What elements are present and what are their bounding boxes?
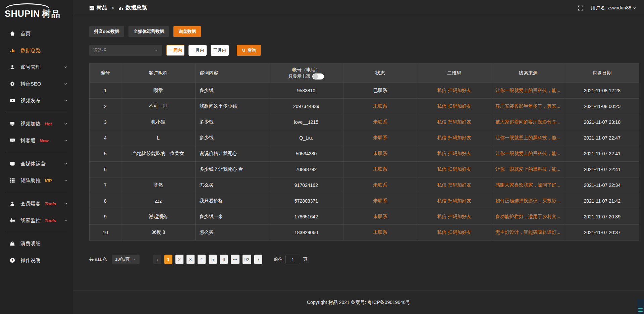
video-publish-icon xyxy=(9,98,15,104)
fullscreen-icon[interactable] xyxy=(578,5,583,11)
source-link-cell: 让你一眼就爱上的黑科技，能... xyxy=(491,130,565,146)
table-row: 4L多少钱Q_Liu.未联系私信 扫码加好友让你一眼就爱上的黑科技，能...20… xyxy=(90,130,639,146)
sidebar-item-label: 抖音SEO xyxy=(20,81,41,87)
page-ellipsis-button[interactable]: ••• xyxy=(231,255,239,264)
source-link[interactable]: 让你一眼就爱上的黑科技，能... xyxy=(495,88,560,93)
bar-chart-icon xyxy=(9,47,15,53)
qr-link[interactable]: 私信 扫码加好友 xyxy=(437,88,471,93)
sidebar-item-help[interactable]: ?操作说明 xyxy=(0,252,73,269)
source-link[interactable]: 客厅安装投影半年多了，真实... xyxy=(495,103,560,109)
qr-link-cell: 私信 扫码加好友 xyxy=(417,130,491,146)
floating-widget[interactable] xyxy=(637,299,644,314)
table-row: 6多少钱？让我死心 看70898792未联系私信 扫码加好友让你一眼就爱上的黑科… xyxy=(90,162,639,177)
sidebar-item-data-overview[interactable]: 数据总览 xyxy=(0,42,73,59)
qr-link[interactable]: 私信 扫码加好友 xyxy=(437,119,471,124)
qr-link[interactable]: 私信 扫码加好友 xyxy=(437,135,471,140)
source-link[interactable]: 让你一眼就爱上的黑科技，能... xyxy=(495,135,560,140)
sidebar-item-douyin-seo[interactable]: 抖音SEO xyxy=(0,75,73,92)
grid-icon xyxy=(9,177,15,184)
qr-link[interactable]: 私信 扫码加好友 xyxy=(437,182,471,188)
page-size-select[interactable]: 10条/页 xyxy=(112,255,140,264)
qr-link[interactable]: 私信 扫码加好友 xyxy=(437,198,471,203)
date-cell: 2021-11-07 21:42 xyxy=(565,193,639,209)
chevron-down-icon xyxy=(154,48,158,52)
page-button-4[interactable]: 4 xyxy=(198,255,206,264)
chevron-down-icon xyxy=(64,82,68,86)
source-link[interactable]: 被大家追着问的客厅投影分享... xyxy=(495,119,560,124)
qr-link[interactable]: 私信 扫码加好友 xyxy=(437,166,471,172)
source-link[interactable]: 感谢大家喜欢我家，被问了好... xyxy=(495,182,560,188)
sidebar-item-label: 矩阵助推 xyxy=(20,177,41,184)
source-link[interactable]: 如何正确选择投影仪，买投影... xyxy=(495,198,560,203)
logo: SHUPIN树品 xyxy=(0,0,73,22)
page-button-3[interactable]: 3 xyxy=(186,255,195,264)
nickname-cell: 当地比较能吃的一位美女 xyxy=(121,146,196,162)
source-link[interactable]: 多功能护栏灯，适用于乡村文... xyxy=(495,214,560,219)
table-row: 1哦章多少钱9583810已联系私信 扫码加好友让你一眼就爱上的黑科技，能...… xyxy=(90,83,639,99)
sidebar-item-consumption[interactable]: 消费明细 xyxy=(0,235,73,252)
content-cell: 多少钱一米 xyxy=(195,209,269,225)
account-cell: love__1215 xyxy=(269,114,343,130)
content-cell: 说说价格让我死心 xyxy=(195,146,269,162)
sidebar-divider xyxy=(6,192,67,192)
qr-link[interactable]: 私信 扫码加好友 xyxy=(437,229,471,235)
row-id-cell: 9 xyxy=(90,209,121,225)
search-button[interactable]: 查询 xyxy=(237,45,261,56)
account-cell: 9583810 xyxy=(269,83,343,99)
sidebar-item-member[interactable]: 会员爆客Tools xyxy=(0,195,73,212)
goto-page-input[interactable] xyxy=(285,255,300,264)
status-cell: 未联系 xyxy=(343,177,417,193)
page-button-92[interactable]: 92 xyxy=(243,255,251,264)
source-link[interactable]: 让你一眼就爱上的黑科技，能... xyxy=(495,151,560,156)
sidebar-item-douketong[interactable]: 抖客通New xyxy=(0,132,73,149)
tab-0[interactable]: 抖音seo数据 xyxy=(89,26,124,37)
next-page-button[interactable]: › xyxy=(254,255,262,264)
content-cell: 多少钱 xyxy=(195,83,269,99)
sidebar-item-clue-monitor[interactable]: 线索监控Tools xyxy=(0,212,73,229)
badge-tools: Tools xyxy=(45,218,56,223)
chevron-down-icon xyxy=(64,178,68,182)
col-header-content: 咨询内容 xyxy=(195,63,269,83)
source-link[interactable]: 让你一眼就爱上的黑科技，能... xyxy=(495,166,560,172)
chevron-down-icon xyxy=(132,257,137,261)
logo-brand: SHUPIN xyxy=(5,9,40,19)
period-button-0[interactable]: 一周内 xyxy=(166,45,184,56)
page-footer: Copyright 树品 2021 备案号: 粤ICP备09019646号 xyxy=(73,291,644,314)
row-id-cell: 2 xyxy=(90,99,121,114)
sidebar-item-all-media[interactable]: 全媒体运营 xyxy=(0,155,73,172)
sidebar-item-matrix-boost[interactable]: 矩阵助推VIP xyxy=(0,172,73,189)
sidebar-item-label: 账号管理 xyxy=(20,64,41,70)
period-button-1[interactable]: 一月内 xyxy=(189,45,207,56)
app-window: SHUPIN树品 首页数据总览账号管理抖音SEO视频发布视频加热Hot抖客通Ne… xyxy=(0,0,644,314)
tab-2[interactable]: 询盘数据 xyxy=(173,26,201,37)
page-button-5[interactable]: 5 xyxy=(209,255,217,264)
sidebar-item-label: 抖客通 xyxy=(20,138,36,144)
period-button-2[interactable]: 三月内 xyxy=(211,45,229,56)
page-button-6[interactable]: 6 xyxy=(220,255,228,264)
source-link[interactable]: 无主灯设计，智能磁吸轨道灯... xyxy=(495,229,560,235)
qr-link[interactable]: 私信 扫码加好友 xyxy=(437,214,471,219)
date-cell: 2021-11-07 20:39 xyxy=(565,209,639,225)
sidebar-item-home[interactable]: 首页 xyxy=(0,25,73,42)
chevron-down-icon xyxy=(64,162,68,166)
sidebar-item-video-publish[interactable]: 视频发布 xyxy=(0,92,73,109)
sidebar-item-video-heat[interactable]: 视频加热Hot xyxy=(0,115,73,132)
phone-only-toggle[interactable] xyxy=(312,73,324,80)
content-cell: 怎么买 xyxy=(195,177,269,193)
qr-link[interactable]: 私信 扫码加好友 xyxy=(437,151,471,156)
chevron-down-icon xyxy=(64,139,68,143)
user-menu[interactable]: 用户名: zswodun88 xyxy=(591,5,637,11)
sidebar-divider xyxy=(6,112,67,112)
filter-select[interactable]: 请选择 xyxy=(89,45,162,56)
badge-vip: VIP xyxy=(45,178,52,183)
content-cell: 多少钱 xyxy=(195,130,269,146)
sidebar-item-label: 会员爆客 xyxy=(20,201,41,207)
qr-link[interactable]: 私信 扫码加好友 xyxy=(437,103,471,109)
breadcrumb-item-root[interactable]: 树品 xyxy=(97,4,107,11)
page-button-2[interactable]: 2 xyxy=(175,255,183,264)
prev-page-button[interactable]: ‹ xyxy=(153,255,161,264)
sidebar-item-account[interactable]: 账号管理 xyxy=(0,59,73,75)
tab-1[interactable]: 全媒体运营数据 xyxy=(128,26,169,37)
page-button-1[interactable]: 1 xyxy=(164,255,172,264)
home-icon xyxy=(9,31,15,37)
